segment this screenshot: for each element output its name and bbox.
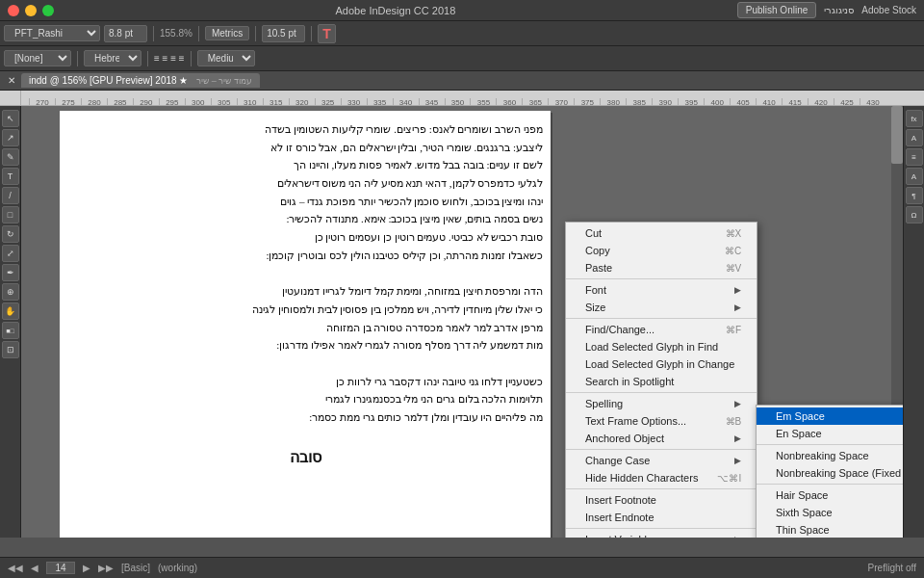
next-btn[interactable]: ▶: [83, 563, 90, 573]
anchored-object-menu-item[interactable]: Anchored Object ▶: [566, 430, 757, 447]
font-size-input[interactable]: [104, 25, 147, 42]
close-btn[interactable]: [8, 5, 19, 16]
divider7: [191, 51, 192, 66]
top-right-buttons: Publish Online סניגוגרי Adobe Stock: [737, 2, 916, 18]
paragraph-style-select[interactable]: [None]: [4, 50, 71, 66]
insert-footnote-menu-item[interactable]: Insert Footnote: [566, 491, 757, 509]
ruler-mark: 355: [470, 98, 496, 106]
thin-space-item[interactable]: Thin Space ⌥⇧⌘M: [757, 521, 903, 538]
load-glyph-change-menu-item[interactable]: Load Selected Glyph in Change: [566, 355, 757, 373]
ruler-marks: 270 275 280 285 290 295 300 305 310 315 …: [0, 91, 924, 105]
document-area[interactable]: מפני השרב ושומרים לאנס: פריצים. שומרי קל…: [21, 106, 903, 538]
minimize-btn[interactable]: [25, 5, 37, 16]
hand-tool[interactable]: ✋: [2, 302, 19, 320]
em-space-item[interactable]: Em Space ⇧⌘M: [757, 407, 903, 425]
size-menu-item[interactable]: Size ▶: [566, 299, 757, 316]
hair-space-item[interactable]: Hair Space: [757, 486, 903, 504]
eyedrop-tool[interactable]: ✒: [2, 264, 19, 281]
zoom-tool[interactable]: ⊕: [2, 283, 19, 301]
close-tab-icon[interactable]: ✕: [8, 75, 15, 86]
ruler-mark: 310: [237, 98, 263, 106]
direct-select-tool[interactable]: ↗: [2, 129, 19, 146]
medium-select[interactable]: Medium: [197, 50, 255, 66]
load-glyph-find-menu-item[interactable]: Load Selected Glyph in Find: [566, 338, 757, 355]
divider2: [198, 26, 199, 41]
ruler-mark: 285: [107, 98, 133, 106]
align-btn[interactable]: ≡: [906, 148, 923, 166]
working-label: (working): [158, 563, 197, 573]
type-tool-icon[interactable]: T: [318, 24, 336, 43]
type-tool[interactable]: T: [2, 168, 19, 185]
fx-btn[interactable]: fx: [906, 110, 923, 127]
scale-tool[interactable]: ⤢: [2, 245, 19, 262]
para-btn[interactable]: ¶: [906, 187, 923, 204]
document-tab[interactable]: indd @ 156% [GPU Preview] 2018 ★ עמוד שי…: [21, 73, 260, 88]
nonbreaking-space-item[interactable]: Nonbreaking Space ⌥⌘X: [757, 447, 903, 464]
font-family-select[interactable]: PFT_Rashi: [4, 25, 100, 41]
fill-stroke[interactable]: ■□: [2, 322, 19, 339]
ruler-mark: 425: [834, 98, 860, 106]
paste-menu-item[interactable]: Paste ⌘V: [566, 259, 757, 276]
text-line: מות דמשמע ליה דרך מסלף מסורה לגמרי לאמר …: [67, 336, 543, 355]
en-space-item[interactable]: En Space ⌘N: [757, 425, 903, 442]
text-frame-menu-item[interactable]: Text Frame Options... ⌘B: [566, 412, 757, 430]
find-change-menu-item[interactable]: Find/Change... ⌘F: [566, 321, 757, 338]
nonbreaking-space-fixed-item[interactable]: Nonbreaking Space (Fixed Width): [757, 464, 903, 482]
ruler-mark: 370: [548, 98, 574, 106]
copy-menu-item[interactable]: Copy ⌘C: [566, 242, 757, 259]
ruler-mark: 330: [341, 98, 367, 106]
left-tools-panel: ↖ ↗ ✎ T / □ ↻ ⤢ ✒ ⊕ ✋ ■□ ⊡: [0, 106, 21, 538]
language-select[interactable]: Hebrew: [84, 50, 141, 66]
rect-tool[interactable]: □: [2, 206, 19, 223]
text-line: תלוימות הלכה בלום גרים הני מלי בכסנמגינר…: [67, 390, 543, 408]
ruler-mark: 375: [574, 98, 600, 106]
divider4: [311, 26, 312, 41]
ruler-mark: 295: [159, 98, 185, 106]
text-btn[interactable]: A: [906, 168, 923, 185]
spelling-menu-item[interactable]: Spelling ▶: [566, 395, 757, 412]
leading-input[interactable]: [262, 25, 305, 42]
font-menu-item[interactable]: Font ▶: [566, 281, 757, 299]
text-line: ינהו ומיצין בכוכב, ולחוש סוכמן להכשיר יו…: [67, 193, 543, 211]
cut-menu-item[interactable]: Cut ⌘X: [566, 224, 757, 242]
submenu-separator: [757, 444, 903, 445]
ruler-mark: 350: [445, 98, 471, 106]
maximize-btn[interactable]: [42, 5, 54, 16]
next-page-btn[interactable]: ▶▶: [98, 563, 114, 573]
text-line: מה פליהיים היו עובדין ומלן דלמר כותים גר…: [67, 408, 543, 427]
ruler-corner: [0, 91, 21, 106]
search-spotlight-menu-item[interactable]: Search in Spotlight: [566, 373, 757, 390]
sixth-space-item[interactable]: Sixth Space: [757, 504, 903, 521]
divider3: [255, 26, 256, 41]
rotate-tool[interactable]: ↻: [2, 225, 19, 243]
ruler-mark: 305: [211, 98, 237, 106]
line-tool[interactable]: /: [2, 187, 19, 204]
ruler-mark: 325: [315, 98, 341, 106]
change-case-menu-item[interactable]: Change Case ▶: [566, 452, 757, 469]
pen-tool[interactable]: ✎: [2, 148, 19, 166]
stroke-btn[interactable]: A: [906, 129, 923, 146]
text-line: מפני השרב ושומרים לאנס: פריצים. שומרי קל…: [67, 120, 543, 139]
select-tool[interactable]: ↖: [2, 110, 19, 127]
page-number-input[interactable]: [46, 562, 75, 574]
text-line: לגלעי כדמפרס לקמן, דהאי תנא מסיע ליה הני…: [67, 174, 543, 193]
text-line-suba: סובה: [67, 444, 543, 470]
prev-btn[interactable]: ◀: [31, 563, 38, 573]
menu-separator: [566, 392, 757, 393]
metrics-btn[interactable]: Metrics: [205, 26, 249, 40]
ruler-mark: 300: [185, 98, 211, 106]
view-mode[interactable]: ⊡: [2, 341, 19, 358]
text-line: מרפן אדרב למר לאמר מכסדרה טסורה בן המזוח…: [67, 319, 543, 337]
prev-page-btn[interactable]: ◀◀: [8, 563, 23, 573]
insert-endnote-menu-item[interactable]: Insert Endnote: [566, 509, 757, 526]
glyph-btn[interactable]: Ω: [906, 206, 923, 223]
app-title: Adobe InDesign CC 2018: [54, 5, 737, 16]
publish-online-button[interactable]: Publish Online: [737, 2, 816, 18]
scroll-thumb[interactable]: [891, 106, 903, 164]
ruler-mark: 395: [678, 98, 704, 106]
insert-variable-menu-item[interactable]: Insert Variable ▶: [566, 531, 757, 538]
ruler-mark: 315: [263, 98, 289, 106]
hide-hidden-chars-menu-item[interactable]: Hide Hidden Characters ⌥⌘I: [566, 469, 757, 486]
toolbar2: [None] Hebrew ≡ ≡ ≡ ≡ Medium: [0, 46, 924, 71]
ruler-mark: 365: [522, 98, 548, 106]
